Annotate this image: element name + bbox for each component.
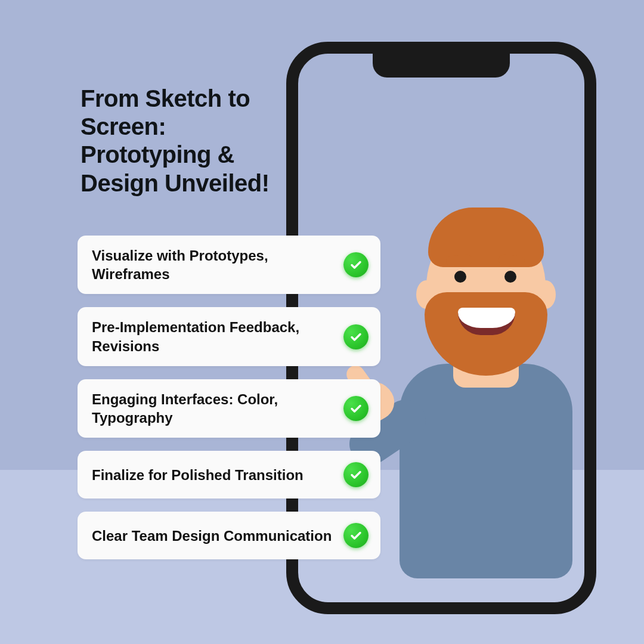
- list-item: Finalize for Polished Transition: [78, 451, 380, 499]
- list-item-label: Visualize with Prototypes, Wireframes: [92, 246, 343, 283]
- list-item: Engaging Interfaces: Color, Typography: [78, 379, 380, 438]
- check-circle-icon: [343, 324, 369, 349]
- checklist: Visualize with Prototypes, Wireframes Pr…: [78, 236, 380, 559]
- character-illustration: [382, 197, 590, 578]
- check-circle-icon: [343, 252, 369, 277]
- list-item-label: Engaging Interfaces: Color, Typography: [92, 390, 343, 427]
- list-item: Clear Team Design Communication: [78, 512, 380, 559]
- headline: From Sketch to Screen: Prototyping & Des…: [80, 85, 283, 197]
- list-item-label: Pre-Implementation Feedback, Revisions: [92, 318, 343, 355]
- list-item: Pre-Implementation Feedback, Revisions: [78, 307, 380, 366]
- list-item-label: Clear Team Design Communication: [92, 527, 343, 545]
- check-circle-icon: [343, 396, 369, 421]
- check-circle-icon: [343, 462, 369, 487]
- phone-notch: [373, 54, 510, 78]
- check-circle-icon: [343, 523, 369, 548]
- list-item: Visualize with Prototypes, Wireframes: [78, 236, 380, 294]
- list-item-label: Finalize for Polished Transition: [92, 466, 343, 484]
